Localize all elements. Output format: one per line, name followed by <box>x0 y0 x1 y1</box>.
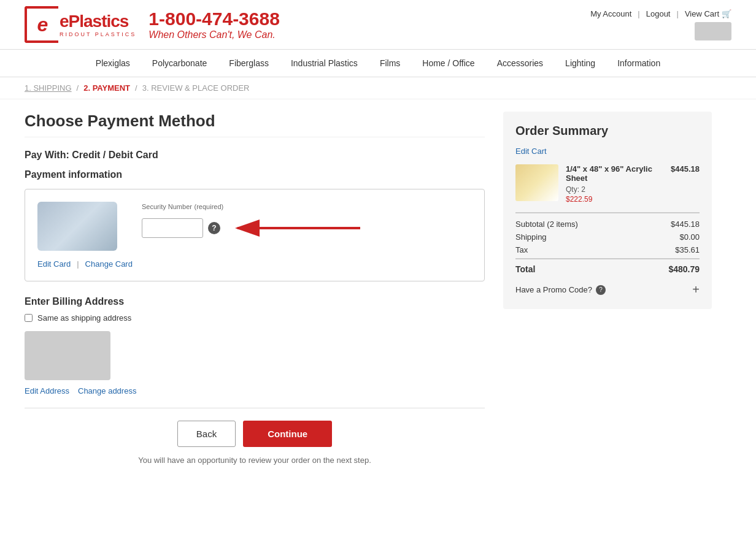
logo-e-letter: e <box>37 13 48 36</box>
cart-icon: 🛒 <box>722 9 731 18</box>
tax-value: $35.61 <box>675 245 700 254</box>
item-price-each: $222.59 <box>566 195 663 204</box>
subtotal-row: Subtotal (2 items) $445.18 <box>515 220 700 229</box>
main-content: Choose Payment Method Pay With: Credit /… <box>25 112 485 477</box>
view-cart-link[interactable]: View Cart <box>685 9 719 18</box>
bottom-divider <box>25 408 485 408</box>
promo-help-icon[interactable]: ? <box>596 285 606 295</box>
nav-polycarbonate[interactable]: Polycarbonate <box>141 50 218 77</box>
shipping-value: $0.00 <box>679 232 700 242</box>
main-nav: Plexiglas Polycarbonate Fiberglass Indus… <box>0 50 756 77</box>
promo-row: Have a Promo Code? ? + <box>515 283 700 297</box>
change-card-link[interactable]: Change Card <box>85 259 133 269</box>
card-sep: | <box>77 259 79 269</box>
security-section: Security Number (required) ? <box>142 202 366 240</box>
arrow-indicator <box>231 216 366 240</box>
security-input-row: ? <box>142 216 366 240</box>
edit-card-link[interactable]: Edit Card <box>37 259 71 269</box>
edit-cart-link[interactable]: Edit Cart <box>515 147 700 156</box>
logo-eplastics-text: ePlastics <box>60 12 136 31</box>
pay-with-label: Pay With: Credit / Debit Card <box>25 150 485 161</box>
breadcrumb-shipping[interactable]: 1. SHIPPING <box>25 83 72 93</box>
shipping-row: Shipping $0.00 <box>515 232 700 242</box>
continue-button[interactable]: Continue <box>243 421 332 447</box>
address-visual <box>25 331 110 380</box>
nav-accessories[interactable]: Accessories <box>486 50 554 77</box>
header: e ePlastics Ridout Plastics 1-800-474-36… <box>0 0 756 50</box>
same-as-shipping-label: Same as shipping address <box>37 313 131 323</box>
security-number-text: Security Number <box>142 203 192 210</box>
security-label: Security Number (required) <box>142 202 366 211</box>
logo: e ePlastics Ridout Plastics <box>25 6 136 43</box>
item-qty: Qty: 2 <box>566 185 663 194</box>
main-layout: Choose Payment Method Pay With: Credit /… <box>0 99 736 489</box>
nav-lighting[interactable]: Lighting <box>554 50 606 77</box>
header-links: My Account | Logout | View Cart 🛒 <box>590 9 731 18</box>
my-account-link[interactable]: My Account <box>590 9 631 18</box>
phone-number: 1-800-474-3688 <box>148 9 280 29</box>
review-note: You will have an opportunity to review y… <box>25 456 485 465</box>
sep1: | <box>638 9 639 18</box>
breadcrumb-payment: 2. PAYMENT <box>83 83 130 93</box>
logo-name-block: ePlastics Ridout Plastics <box>60 12 136 37</box>
billing-title: Enter Billing Address <box>25 296 485 307</box>
nav-home-office[interactable]: Home / Office <box>411 50 485 77</box>
summary-divider <box>515 212 700 213</box>
same-as-shipping-checkbox[interactable] <box>25 314 33 322</box>
nav-information[interactable]: Information <box>606 50 671 77</box>
same-as-shipping-row: Same as shipping address <box>25 313 485 323</box>
subtotal-label: Subtotal (2 items) <box>515 220 578 229</box>
page-title: Choose Payment Method <box>25 112 485 137</box>
security-number-input[interactable] <box>142 218 203 238</box>
subtotal-value: $445.18 <box>671 220 700 229</box>
total-value: $480.79 <box>668 264 700 274</box>
card-links: Edit Card | Change Card <box>37 259 472 269</box>
breadcrumb-sep2: / <box>135 83 137 93</box>
breadcrumb-review: 3. REVIEW & PLACE ORDER <box>142 83 250 93</box>
order-item: 1/4" x 48" x 96" Acrylic Sheet Qty: 2 $2… <box>515 164 700 204</box>
item-details: 1/4" x 48" x 96" Acrylic Sheet Qty: 2 $2… <box>566 164 663 204</box>
logo-area: e ePlastics Ridout Plastics 1-800-474-36… <box>25 6 280 43</box>
promo-label: Have a Promo Code? ? <box>515 285 606 295</box>
button-row: Back Continue <box>25 421 485 447</box>
view-cart-area[interactable]: View Cart 🛒 <box>685 9 731 18</box>
total-label: Total <box>515 264 535 274</box>
promo-text: Have a Promo Code? <box>515 285 592 294</box>
item-image <box>515 164 558 201</box>
card-visual <box>37 202 117 251</box>
security-help-icon[interactable]: ? <box>208 222 220 234</box>
logo-ridout-text: Ridout Plastics <box>60 31 136 37</box>
address-links: Edit Address Change address <box>25 386 485 395</box>
sep2: | <box>676 9 678 18</box>
nav-fiberglass[interactable]: Fiberglass <box>218 50 280 77</box>
sidebar: Order Summary Edit Cart 1/4" x 48" x 96"… <box>503 112 712 477</box>
shipping-label: Shipping <box>515 232 547 242</box>
change-address-link[interactable]: Change address <box>78 386 136 395</box>
total-row: Total $480.79 <box>515 258 700 274</box>
phone-area: 1-800-474-3688 When Others Can't, We Can… <box>148 9 280 40</box>
tax-label: Tax <box>515 245 528 254</box>
user-avatar <box>695 22 731 40</box>
security-required-text: (required) <box>195 203 224 210</box>
payment-box-inner: Security Number (required) ? <box>37 202 472 251</box>
item-total: $445.18 <box>671 164 700 204</box>
nav-industrial-plastics[interactable]: Industrial Plastics <box>280 50 369 77</box>
phone-tagline: When Others Can't, We Can. <box>148 29 280 40</box>
breadcrumb-sep1: / <box>77 83 79 93</box>
item-name: 1/4" x 48" x 96" Acrylic Sheet <box>566 164 663 183</box>
logout-link[interactable]: Logout <box>646 9 671 18</box>
payment-box: Security Number (required) ? <box>25 189 485 281</box>
back-button[interactable]: Back <box>177 421 236 447</box>
tax-row: Tax $35.61 <box>515 245 700 254</box>
edit-address-link[interactable]: Edit Address <box>25 386 69 395</box>
promo-plus-icon[interactable]: + <box>692 283 700 297</box>
nav-films[interactable]: Films <box>369 50 411 77</box>
nav-plexiglas[interactable]: Plexiglas <box>85 50 141 77</box>
header-right: My Account | Logout | View Cart 🛒 <box>590 9 731 40</box>
breadcrumb: 1. SHIPPING / 2. PAYMENT / 3. REVIEW & P… <box>0 77 756 99</box>
logo-bracket: e <box>25 6 58 43</box>
order-summary: Order Summary Edit Cart 1/4" x 48" x 96"… <box>503 112 712 309</box>
payment-info-title: Payment information <box>25 169 485 180</box>
order-summary-title: Order Summary <box>515 124 700 138</box>
